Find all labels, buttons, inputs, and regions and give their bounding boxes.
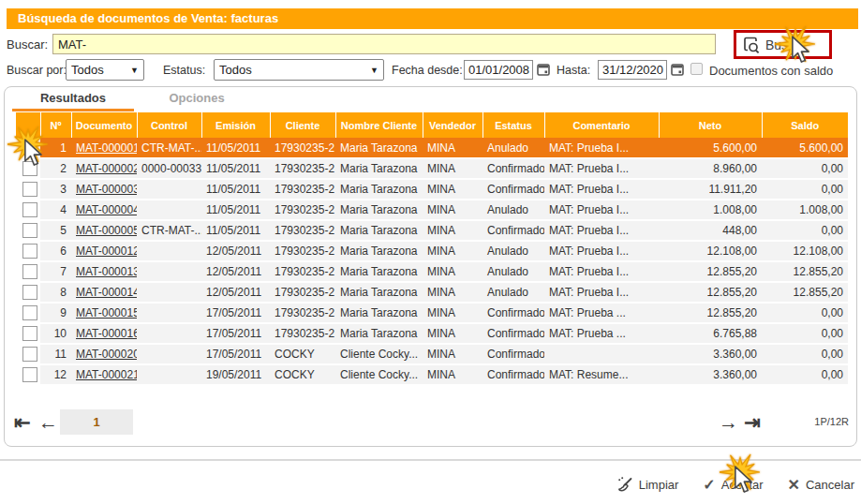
document-link[interactable]: MAT-000002 (76, 162, 137, 175)
cell-estatus: Confirmado (482, 158, 544, 179)
row-checkbox[interactable] (22, 347, 37, 362)
cell-saldo: 0,00 (762, 323, 848, 344)
row-select-cell (16, 200, 40, 220)
cell-estatus: Anulado (482, 261, 544, 282)
cell-emision: 12/05/2011 (201, 261, 270, 282)
fecha-desde-input[interactable]: 01/01/2008 (464, 60, 533, 80)
first-page-icon[interactable]: ⇤ (14, 410, 31, 435)
header-emision: Emisión (201, 112, 270, 138)
cell-vendedor: MINA (423, 200, 482, 220)
document-link[interactable]: MAT-000001 (76, 141, 137, 155)
cell-neto: 8.960,00 (659, 158, 762, 179)
cell-comentario: MAT: Prueba I... (544, 282, 659, 303)
cell-documento: MAT-000013 (71, 261, 137, 282)
cell-cliente: 17930235-2 (270, 261, 335, 282)
tab-resultados[interactable]: Resultados (12, 91, 134, 108)
cell-nombre-cliente: Maria Tarazona (335, 282, 423, 303)
row-checkbox[interactable] (22, 141, 37, 156)
documentos-con-saldo-checkbox[interactable] (690, 63, 703, 75)
table-row[interactable]: 6MAT-00001212/05/201117930235-2Maria Tar… (16, 241, 848, 261)
cell-vendedor: MINA (423, 158, 482, 179)
cell-control (137, 303, 201, 323)
document-link[interactable]: MAT-000015 (76, 306, 137, 319)
row-checkbox[interactable] (22, 182, 37, 197)
hasta-input[interactable]: 31/12/2020 (598, 60, 667, 80)
cell-documento: MAT-000005 (71, 220, 137, 241)
row-checkbox[interactable] (22, 326, 37, 341)
document-link[interactable]: MAT-000003 (76, 183, 137, 196)
tab-opciones[interactable]: Opciones (136, 91, 258, 108)
document-link[interactable]: MAT-000014 (76, 286, 137, 299)
document-link[interactable]: MAT-000016 (76, 327, 137, 340)
row-checkbox[interactable] (22, 264, 37, 279)
cell-saldo: 0,00 (762, 303, 848, 323)
cell-neto: 12.855,20 (659, 303, 762, 323)
document-link[interactable]: MAT-000004 (76, 203, 137, 216)
cell-control (137, 323, 201, 344)
document-link[interactable]: MAT-000013 (76, 265, 137, 278)
buscar-button[interactable]: Buscar (734, 30, 832, 59)
row-checkbox[interactable] (22, 285, 37, 300)
cell-comentario: MAT: Prueba I... (544, 200, 659, 220)
cell-cliente: 17930235-2 (270, 179, 335, 200)
row-checkbox[interactable] (22, 223, 37, 238)
cell-estatus: Anulado (482, 138, 544, 158)
table-row[interactable]: 5MAT-000005CTR-MAT-...11/05/201117930235… (16, 220, 848, 241)
table-row[interactable]: 1MAT-000001CTR-MAT-...11/05/201117930235… (16, 138, 848, 158)
estatus-select[interactable]: Todos ▼ (214, 59, 384, 81)
cell-cliente: 17930235-2 (270, 138, 335, 158)
dialog-title: Búsqueda de documentos de Venta: factura… (18, 11, 278, 25)
next-page-icon[interactable]: → (719, 410, 738, 435)
table-row[interactable]: 7MAT-00001312/05/201117930235-2Maria Tar… (16, 261, 848, 282)
table-row[interactable]: 10MAT-00001617/05/201117930235-2Maria Ta… (16, 323, 848, 344)
table-row[interactable]: 3MAT-00000311/05/201117930235-2Maria Tar… (16, 179, 848, 200)
broom-icon (616, 476, 633, 493)
table-row[interactable]: 11MAT-00002017/05/2011COCKYCliente Cocky… (16, 344, 848, 364)
cell-documento: MAT-000016 (71, 323, 137, 344)
last-page-icon[interactable]: ⇥ (744, 410, 761, 435)
cancelar-button[interactable]: ✕ Cancelar (788, 476, 854, 494)
cell-saldo: 12.108,00 (762, 241, 848, 261)
header-estatus: Estatus (482, 112, 544, 138)
row-select-cell (16, 158, 40, 179)
cell-comentario: MAT: Resume... (544, 364, 659, 385)
document-link[interactable]: MAT-000005 (76, 224, 137, 237)
document-link[interactable]: MAT-000021 (76, 368, 137, 381)
buscar-por-select[interactable]: Todos ▼ (66, 59, 144, 81)
cell-documento: MAT-000004 (71, 200, 137, 220)
cell-emision: 12/05/2011 (201, 241, 270, 261)
row-checkbox[interactable] (22, 161, 37, 176)
limpiar-button[interactable]: Limpiar (616, 476, 679, 493)
row-checkbox[interactable] (22, 202, 37, 217)
cell-nombre-cliente: Maria Tarazona (335, 138, 423, 158)
search-input[interactable] (52, 34, 716, 54)
table-row[interactable]: 12MAT-00002119/05/2011COCKYCliente Cocky… (16, 364, 848, 385)
table-row[interactable]: 4MAT-00000411/05/201117930235-2Maria Tar… (16, 200, 848, 220)
cell-vendedor: MINA (423, 261, 482, 282)
table-row[interactable]: 2MAT-0000020000-0003311/05/201117930235-… (16, 158, 848, 179)
fecha-desde-label: Fecha desde: (392, 64, 463, 77)
document-link[interactable]: MAT-000012 (76, 245, 137, 258)
calendar-icon[interactable] (536, 62, 551, 77)
aceptar-button[interactable]: ✓ Aceptar (703, 476, 763, 494)
cell-documento: MAT-000001 (71, 138, 137, 158)
table-row[interactable]: 9MAT-00001517/05/201117930235-2Maria Tar… (16, 303, 848, 323)
cell-vendedor: MINA (423, 220, 482, 241)
table-row[interactable]: 8MAT-00001412/05/201117930235-2Maria Tar… (16, 282, 848, 303)
row-checkbox[interactable] (22, 244, 37, 259)
documentos-con-saldo-label: Documentos con saldo (709, 64, 833, 78)
row-checkbox[interactable] (22, 367, 37, 382)
cell-control: CTR-MAT-... (137, 220, 201, 241)
row-checkbox[interactable] (22, 305, 37, 320)
calendar-icon[interactable] (670, 62, 685, 77)
cell-neto: 12.855,20 (659, 282, 762, 303)
cell-comentario: MAT: Prueba I... (544, 138, 659, 158)
prev-page-icon[interactable]: ← (38, 410, 58, 435)
cell-emision: 12/05/2011 (201, 282, 270, 303)
cell-emision: 11/05/2011 (201, 200, 270, 220)
document-link[interactable]: MAT-000020 (76, 348, 137, 361)
cell-numero: 11 (40, 344, 71, 364)
cell-cliente: COCKY (270, 344, 335, 364)
current-page-button[interactable]: 1 (60, 409, 133, 435)
cell-control (137, 282, 201, 303)
